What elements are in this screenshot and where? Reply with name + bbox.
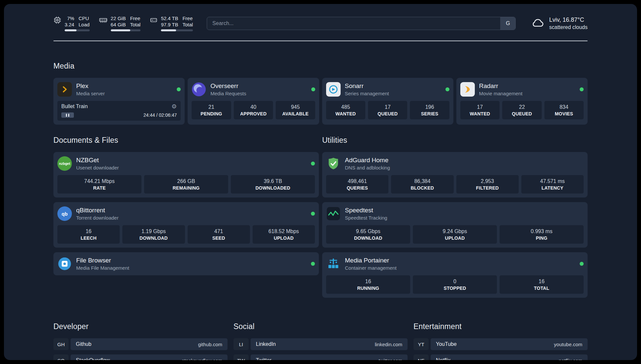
weather-condition: scattered clouds bbox=[549, 24, 588, 30]
card-portainer[interactable]: Media Portainer Container management 16R… bbox=[322, 252, 588, 298]
qbittorrent-icon: qb bbox=[57, 206, 72, 221]
card-header: Media Portainer Container management bbox=[326, 256, 584, 271]
card-header: Plex Media server bbox=[57, 82, 181, 97]
bookmark-url: stackoverflow.com bbox=[182, 358, 222, 360]
cpu-progress-bar bbox=[65, 29, 90, 31]
card-overseerr[interactable]: Overseerr Media Requests 21PENDING 40APP… bbox=[188, 78, 319, 125]
disk-total-value: 97.9 TB bbox=[161, 21, 178, 28]
service-description: Media Requests bbox=[210, 91, 246, 96]
stat-downloaded: 39.6 TBDOWNLOADED bbox=[231, 175, 315, 194]
status-dot bbox=[311, 262, 315, 266]
stat-pending: 21PENDING bbox=[192, 101, 231, 119]
card-radarr[interactable]: Radarr Movie management 17WANTED 22QUEUE… bbox=[456, 78, 588, 125]
bookmark-youtube[interactable]: YT YouTubeyoutube.com bbox=[413, 338, 588, 350]
bookmark-name: Netflix bbox=[436, 357, 450, 360]
filebrowser-icon bbox=[57, 257, 72, 271]
now-playing-title: Bullet Train bbox=[61, 104, 88, 109]
resource-widgets: 7%3.24 CPULoad 22 GiB64 GiB FreeTotal bbox=[53, 15, 193, 31]
gear-icon[interactable]: ⚙ bbox=[171, 104, 177, 109]
stat-movies: 834MOVIES bbox=[544, 101, 584, 119]
card-plex[interactable]: Plex Media server Bullet Train ⚙ 24:44 /… bbox=[53, 78, 185, 125]
service-description: Usenet downloader bbox=[76, 165, 119, 170]
card-speedtest[interactable]: Speedtest Speedtest Tracking 9.65 GbpsDO… bbox=[322, 202, 588, 248]
dashboard-content: 7%3.24 CPULoad 22 GiB64 GiB FreeTotal bbox=[53, 4, 588, 360]
bookmark-abbr: SO bbox=[53, 354, 69, 360]
stat-running: 16RUNNING bbox=[326, 275, 410, 294]
search-input[interactable] bbox=[207, 17, 500, 30]
radarr-icon bbox=[460, 82, 475, 97]
card-header: Speedtest Speedtest Tracking bbox=[326, 206, 584, 221]
service-name: Media Portainer bbox=[345, 257, 397, 264]
service-name: Plex bbox=[76, 82, 105, 90]
bookmark-twitter[interactable]: TW Twittertwitter.com bbox=[233, 354, 408, 360]
documents-section-title: Documents & Files bbox=[53, 136, 319, 145]
cloud-icon bbox=[531, 17, 545, 29]
stat-leech: 16LEECH bbox=[57, 225, 120, 244]
topbar-divider bbox=[53, 41, 588, 41]
section-media: Media Plex Media server Bullet Train ⚙ bbox=[53, 62, 588, 125]
service-name: File Browser bbox=[76, 257, 129, 264]
disk-free-label: Free bbox=[182, 15, 193, 21]
bookmark-group-entertainment: Entertainment YT YouTubeyoutube.com NF N… bbox=[413, 322, 588, 360]
stat-rate: 744.21 MbpsRATE bbox=[57, 175, 141, 194]
cpu-usage-value: 7% bbox=[65, 15, 74, 21]
card-header: qb qBittorrent Torrent downloader bbox=[57, 206, 315, 221]
bookmark-url: github.com bbox=[198, 342, 222, 347]
card-nzbget[interactable]: nzbget NZBGet Usenet downloader 744.21 M… bbox=[53, 152, 319, 197]
playback-time: 24:44 / 02:06:47 bbox=[143, 112, 177, 118]
bookmark-abbr: YT bbox=[413, 338, 429, 350]
card-adguard[interactable]: AdGuard Home DNS and adblocking 498,461Q… bbox=[322, 152, 588, 197]
stat-filtered: 2,953FILTERED bbox=[456, 175, 519, 194]
memory-free-label: Free bbox=[130, 15, 140, 21]
search-provider-button[interactable]: G bbox=[500, 17, 515, 30]
memory-free-value: 22 GiB bbox=[111, 15, 126, 21]
stat-queries: 498,461QUERIES bbox=[326, 175, 388, 194]
status-dot bbox=[445, 87, 449, 91]
stat-approved: 40APPROVED bbox=[234, 101, 273, 119]
service-name: Sonarr bbox=[345, 82, 389, 90]
stat-latency: 47.571 msLATENCY bbox=[521, 175, 584, 194]
cpu-load-value: 3.24 bbox=[65, 21, 74, 28]
service-description: Media File Management bbox=[76, 265, 129, 271]
status-dot bbox=[311, 87, 315, 91]
stat-download: 1.19 GbpsDOWNLOAD bbox=[122, 225, 185, 244]
status-dot bbox=[580, 262, 584, 266]
stat-wanted: 17WANTED bbox=[460, 101, 500, 119]
bookmark-abbr: NF bbox=[413, 354, 429, 360]
service-description: Speedtest Tracking bbox=[345, 215, 387, 221]
entertainment-section-title: Entertainment bbox=[413, 322, 588, 331]
service-name: qBittorrent bbox=[76, 207, 118, 214]
bookmark-name: LinkedIn bbox=[256, 341, 276, 347]
disk-progress-bar bbox=[161, 29, 193, 31]
bookmark-name: Github bbox=[76, 341, 91, 347]
sonarr-icon bbox=[326, 82, 341, 97]
service-name: Speedtest bbox=[345, 207, 387, 214]
memory-total-label: Total bbox=[130, 21, 140, 28]
status-dot bbox=[311, 162, 315, 166]
bookmark-stackoverflow[interactable]: SO StackOverflowstackoverflow.com bbox=[53, 354, 228, 360]
card-filebrowser[interactable]: File Browser Media File Management bbox=[53, 252, 319, 275]
bookmark-linkedin[interactable]: LI LinkedInlinkedin.com bbox=[233, 338, 408, 350]
bookmark-url: linkedin.com bbox=[375, 342, 402, 347]
memory-icon bbox=[99, 16, 107, 25]
service-name: Radarr bbox=[479, 82, 523, 90]
stat-remaining: 266 GBREMAINING bbox=[144, 175, 228, 194]
disk-icon bbox=[150, 16, 158, 25]
card-qbittorrent[interactable]: qb qBittorrent Torrent downloader 16LEEC… bbox=[53, 202, 319, 248]
card-sonarr[interactable]: Sonarr Series management 485WANTED 17QUE… bbox=[322, 78, 453, 125]
service-name: Overseerr bbox=[210, 82, 246, 90]
speedtest-icon bbox=[326, 206, 341, 221]
bookmark-url: twitter.com bbox=[379, 358, 402, 360]
plex-now-playing: Bullet Train ⚙ 24:44 / 02:06:47 bbox=[57, 101, 181, 121]
social-section-title: Social bbox=[233, 322, 408, 331]
bookmark-netflix[interactable]: NF Netflixnetflix.com bbox=[413, 354, 588, 360]
cpu-usage-label: CPU bbox=[78, 15, 89, 21]
service-name: AdGuard Home bbox=[345, 157, 390, 164]
stats-row: 16RUNNING 0STOPPED 16TOTAL bbox=[326, 275, 584, 294]
bookmark-name: YouTube bbox=[436, 341, 457, 347]
stats-row: 17WANTED 22QUEUED 834MOVIES bbox=[460, 101, 584, 119]
bookmark-github[interactable]: GH Githubgithub.com bbox=[53, 338, 228, 350]
stats-row: 16LEECH 1.19 GbpsDOWNLOAD 471SEED 618.52… bbox=[57, 225, 315, 244]
bookmark-abbr: LI bbox=[233, 338, 249, 350]
stat-available: 945AVAILABLE bbox=[276, 101, 315, 119]
